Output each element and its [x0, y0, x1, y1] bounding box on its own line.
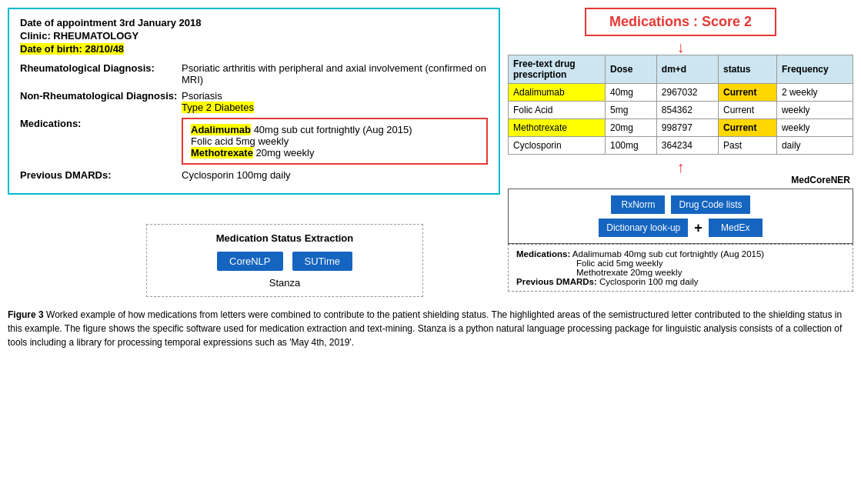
medcorener-area: MedCoreNER RxNorm Drug Code lists Dictio…: [508, 175, 853, 244]
table-cell-freq: weekly: [776, 102, 853, 119]
table-cell-status: Current: [719, 84, 777, 102]
right-inner: Medications : Score 2 ↓ Free-text drugpr…: [508, 8, 853, 292]
extraction-buttons: CoreNLP SUTime: [159, 252, 410, 271]
meds-output-prev-value: Cyclosporin 100 mg daily: [599, 277, 698, 286]
col-header-status: status: [719, 55, 777, 84]
right-panel: Medications : Score 2 ↓ Free-text drugpr…: [508, 8, 853, 297]
med-line2: Folic acid 5mg weekly: [191, 135, 479, 147]
arrow-down-score: ↓: [677, 39, 685, 55]
corenlp-button[interactable]: CoreNLP: [217, 252, 282, 271]
figure-text: Worked example of how medications from l…: [8, 309, 842, 348]
prev-dmards-row: Previous DMARDs: Cyclosporin 100mg daily: [20, 169, 488, 181]
sutime-button[interactable]: SUTime: [292, 252, 352, 271]
medcorener-row2: Dictionary look-up + MedEx: [515, 219, 846, 237]
table-header-row: Free-text drugprescription Dose dm+d sta…: [509, 55, 853, 84]
patient-card: Date of appointment 3rd January 2018 Cli…: [8, 8, 500, 195]
main-container: Date of appointment 3rd January 2018 Cli…: [8, 8, 853, 297]
table-body: Adalimumab40mg2967032Current2 weeklyFoli…: [509, 84, 853, 155]
medcorener-box: RxNorm Drug Code lists Dictionary look-u…: [508, 189, 853, 244]
medcorener-label: MedCoreNER: [508, 175, 853, 185]
med-line3: Methotrexate 20mg weekly: [191, 147, 479, 159]
medications-box: Adalimumab 40mg sub cut fortnightly (Aug…: [182, 118, 488, 165]
plus-sign: +: [694, 220, 702, 236]
type2-diabetes-highlight: Type 2 Diabetes: [182, 102, 254, 113]
table-cell-dose: 5mg: [605, 102, 656, 119]
medcorener-row1: RxNorm Drug Code lists: [515, 195, 846, 214]
table-cell-status: Current: [719, 119, 777, 137]
prev-dmards-value: Cyclosporin 100mg daily: [182, 169, 488, 181]
rheum-diagnosis-value: Psoriatic arthritis with peripheral and …: [182, 62, 488, 85]
table-cell-dmd: 854362: [656, 102, 718, 119]
med-line3-rest: 20mg weekly: [253, 147, 314, 159]
meds-output-line3: Methotrexate 20mg weekly: [576, 268, 682, 277]
table-cell-status: Past: [719, 137, 777, 155]
table-cell-freq: weekly: [776, 119, 853, 137]
meds-output-line2: Folic acid 5mg weekly: [576, 259, 662, 268]
dob-line: Date of birth: 28/10/48: [20, 43, 124, 55]
table-cell-dmd: 2967032: [656, 84, 718, 102]
table-row: Methotrexate20mg998797Currentweekly: [509, 119, 853, 137]
table-cell-drug: Folic Acid: [509, 102, 606, 119]
methotrexate-text: Methotrexate: [191, 147, 253, 159]
arrow-up-medcorener: ↑: [677, 159, 685, 175]
table-cell-freq: daily: [776, 137, 853, 155]
dict-lookup-button[interactable]: Dictionary look-up: [599, 219, 688, 237]
table-row: Adalimumab40mg2967032Current2 weekly: [509, 84, 853, 102]
medications-value: Adalimumab 40mg sub cut fortnightly (Aug…: [182, 118, 488, 165]
med-line1: Adalimumab 40mg sub cut fortnightly (Aug…: [191, 124, 479, 135]
medications-table: Free-text drugprescription Dose dm+d sta…: [508, 55, 853, 155]
table-cell-drug: Methotrexate: [509, 119, 606, 137]
rxnorm-button[interactable]: RxNorm: [611, 195, 665, 214]
table-cell-status: Current: [719, 102, 777, 119]
rheum-diagnosis-row: Rheumatological Diagnosis: Psoriatic art…: [20, 62, 488, 85]
meds-output-prev-label: Previous DMARDs:: [516, 277, 597, 286]
non-rheum-value1: Psoriasis: [182, 90, 488, 102]
prev-dmards-label: Previous DMARDs:: [20, 169, 182, 181]
date-line: Date of appointment 3rd January 2018: [20, 17, 488, 28]
medications-row: Medications: Adalimumab 40mg sub cut for…: [20, 118, 488, 165]
table-wrapper: Free-text drugprescription Dose dm+d sta…: [508, 55, 853, 159]
table-cell-dose: 100mg: [605, 137, 656, 155]
extraction-title: Medication Status Extraction: [159, 232, 410, 244]
non-rheum-diagnosis-label: Non-Rheumatological Diagnosis:: [20, 90, 182, 102]
table-cell-dmd: 364234: [656, 137, 718, 155]
figure-caption: Figure 3 Worked example of how medicatio…: [8, 308, 853, 349]
clinic-line: Clinic: RHEUMATOLOGY: [20, 30, 488, 42]
stanza-label: Stanza: [159, 277, 410, 289]
meds-output-line1: Adalimumab 40mg sub cut fortnightly (Aug…: [572, 249, 764, 259]
table-cell-dmd: 998797: [656, 119, 718, 137]
table-cell-drug: Cyclosporin: [509, 137, 606, 155]
score-box: Medications : Score 2: [585, 8, 776, 36]
col-header-drug: Free-text drugprescription: [509, 55, 606, 84]
medex-button[interactable]: MedEx: [709, 219, 763, 237]
table-cell-freq: 2 weekly: [776, 84, 853, 102]
table-cell-dose: 40mg: [605, 84, 656, 102]
meds-output-label: Medications:: [516, 249, 570, 259]
col-header-freq: Frequency: [776, 55, 853, 84]
col-header-dose: Dose: [605, 55, 656, 84]
non-rheum-diagnosis-row: Non-Rheumatological Diagnosis: Psoriasis…: [20, 90, 488, 113]
table-row: Cyclosporin100mg364234Pastdaily: [509, 137, 853, 155]
left-panel: Date of appointment 3rd January 2018 Cli…: [8, 8, 500, 297]
extraction-box: Medication Status Extraction CoreNLP SUT…: [146, 224, 423, 297]
table-cell-dose: 20mg: [605, 119, 656, 137]
non-rheum-diagnosis-value: Psoriasis Type 2 Diabetes: [182, 90, 488, 113]
meds-output-box: Medications: Adalimumab 40mg sub cut for…: [508, 244, 853, 292]
rheum-diagnosis-label: Rheumatological Diagnosis:: [20, 62, 182, 74]
med-line1-rest: 40mg sub cut fortnightly (Aug 2015): [251, 124, 412, 135]
table-row: Folic Acid5mg854362Currentweekly: [509, 102, 853, 119]
medications-label: Medications:: [20, 118, 182, 129]
col-header-dmd: dm+d: [656, 55, 718, 84]
figure-label: Figure 3: [8, 309, 44, 320]
table-cell-drug: Adalimumab: [509, 84, 606, 102]
adalimumab-text: Adalimumab: [191, 124, 251, 135]
drug-code-button[interactable]: Drug Code lists: [671, 195, 749, 214]
